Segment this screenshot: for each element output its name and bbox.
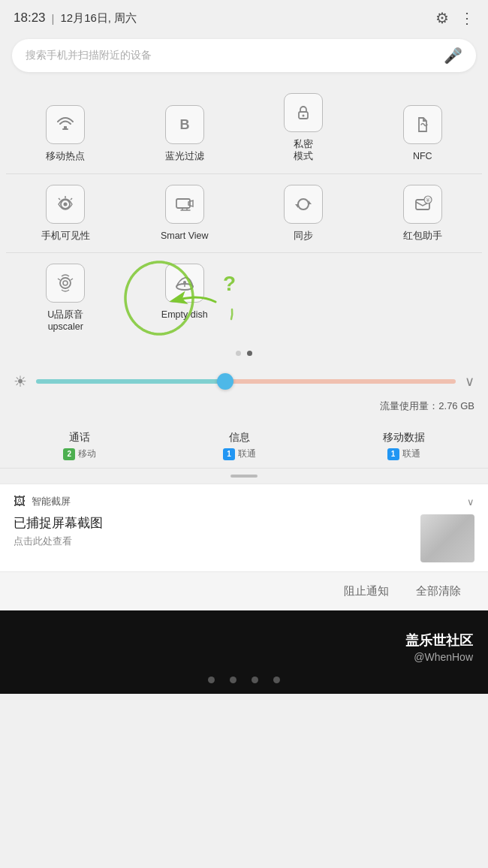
clear-all-button[interactable]: 全部清除 (402, 581, 474, 601)
brightness-slider[interactable] (36, 379, 456, 384)
thumbnail-image (420, 514, 474, 562)
drag-handle-bar (230, 475, 258, 478)
nfc-icon-wrap (403, 105, 442, 144)
nfc-icon (411, 113, 434, 136)
dot-1[interactable] (236, 351, 241, 356)
messages-carrier: 联通 (238, 448, 256, 460)
watermark-user: @WhenHow (414, 651, 473, 663)
tiles-row-1: 移动热点 B 蓝光过滤 私密 模式 NFC (0, 83, 488, 173)
svg-point-14 (63, 281, 68, 285)
tile-mobile-hotspot[interactable]: 移动热点 (6, 83, 125, 173)
svg-text:¥: ¥ (426, 197, 429, 203)
action-calls[interactable]: 通话 2 移动 (63, 431, 96, 460)
notif-main-text: 已捕捉屏幕截图 (14, 514, 411, 532)
nfc-label: NFC (413, 150, 432, 162)
nav-dot-1 (208, 677, 215, 683)
calls-carrier: 移动 (78, 448, 96, 460)
empty-dish-label: Empty dish (161, 309, 208, 321)
svg-point-13 (60, 278, 71, 288)
mobiledata-sub: 1 联通 (387, 448, 420, 460)
sync-icon-wrap (284, 185, 323, 224)
tile-phone-visibility[interactable]: 手机可见性 (6, 174, 125, 252)
brightness-row: ☀ ∨ (0, 366, 488, 396)
svg-marker-9 (295, 204, 298, 208)
nav-dot-3 (252, 677, 258, 683)
notif-dropdown-icon[interactable]: ∨ (467, 496, 474, 508)
action-mobile-data[interactable]: 移动数据 1 联通 (383, 431, 425, 460)
tile-sync[interactable]: 同步 (244, 174, 363, 252)
status-separator: | (52, 12, 55, 25)
smartview-label: Smart View (161, 230, 209, 242)
watermark-bar: 盖乐世社区 @WhenHow (0, 610, 488, 671)
nav-dot-4 (273, 677, 280, 683)
status-date: 12月16日, 周六 (60, 11, 137, 26)
svg-text:B: B (179, 117, 189, 132)
tiles-row-3: U品原音 upscaler Empty dish (0, 253, 488, 344)
data-usage-text: 流量使用量：2.76 GB (380, 400, 474, 411)
private-icon (292, 101, 315, 124)
tile-empty-dish-wrapper: Empty dish ? (125, 253, 245, 331)
messages-label: 信息 (229, 431, 250, 445)
redenvelope-icon: ¥ (411, 193, 434, 215)
notif-thumbnail (420, 514, 474, 562)
dish-icon (173, 272, 196, 294)
svg-point-18 (183, 281, 186, 284)
bluelight-label: 蓝光过滤 (165, 150, 204, 162)
hotspot-label: 移动热点 (46, 150, 85, 162)
status-time: 18:23 (14, 11, 46, 26)
tile-u-audio[interactable]: U品原音 upscaler (6, 253, 125, 344)
tile-empty-4 (363, 253, 483, 274)
audio-label: U品原音 upscaler (47, 309, 83, 333)
notif-title: 智能截屏 (32, 495, 461, 508)
notif-text-block: 已捕捉屏幕截图 点击此处查看 (14, 514, 411, 548)
brightness-thumb[interactable] (217, 373, 233, 390)
svg-point-6 (64, 202, 68, 206)
sync-label: 同步 (294, 230, 313, 242)
tile-smart-view[interactable]: Smart View (125, 174, 245, 252)
smartview-icon (173, 193, 196, 215)
tile-nfc[interactable]: NFC (363, 83, 483, 173)
block-notifications-button[interactable]: 阻止通知 (330, 581, 402, 601)
tile-red-envelope[interactable]: ¥ 红包助手 (363, 174, 483, 252)
messages-badge: 1 (223, 448, 235, 460)
search-bar[interactable]: 搜索手机并扫描附近的设备 🎤 (12, 39, 476, 72)
brightness-track (36, 379, 456, 384)
notif-header: 🖼 智能截屏 ∨ (14, 495, 474, 508)
brightness-icon: ☀ (14, 372, 27, 390)
more-options-icon[interactable]: ⋮ (459, 9, 474, 27)
drag-handle[interactable] (0, 469, 488, 484)
tile-empty-3 (244, 253, 363, 274)
notif-icon: 🖼 (14, 495, 26, 508)
action-messages[interactable]: 信息 1 联通 (223, 431, 256, 460)
status-bar: 18:23 | 12月16日, 周六 ⚙ ⋮ (0, 0, 488, 35)
bluelight-icon: B (173, 113, 196, 136)
smartview-icon-wrap (165, 185, 204, 224)
mobiledata-badge: 1 (387, 448, 399, 460)
audio-icon (54, 272, 77, 294)
tile-empty-dish[interactable]: Empty dish (125, 253, 245, 331)
watermark-site: 盖乐世社区 (405, 631, 473, 649)
svg-line-15 (58, 279, 60, 280)
redenvelope-label: 红包助手 (403, 230, 442, 242)
visibility-icon-wrap (46, 185, 85, 224)
mobiledata-carrier: 联通 (402, 448, 420, 460)
dot-2[interactable] (247, 351, 252, 356)
microphone-icon[interactable]: 🎤 (444, 47, 462, 65)
brightness-expand-icon[interactable]: ∨ (465, 373, 474, 390)
tile-private-mode[interactable]: 私密 模式 (244, 83, 363, 173)
status-time-date: 18:23 | 12月16日, 周六 (14, 11, 137, 26)
svg-rect-1 (64, 126, 67, 129)
settings-icon[interactable]: ⚙ (435, 9, 449, 27)
nav-dot-2 (230, 677, 236, 683)
tiles-row-2: 手机可见性 Smart View 同步 (0, 174, 488, 252)
sync-icon (292, 193, 315, 215)
notification-card[interactable]: 🖼 智能截屏 ∨ 已捕捉屏幕截图 点击此处查看 (0, 484, 488, 571)
hotspot-icon (54, 113, 77, 136)
redenvelope-icon-wrap: ¥ (403, 185, 442, 224)
tile-blue-light-filter[interactable]: B 蓝光过滤 (125, 83, 245, 173)
status-icons: ⚙ ⋮ (435, 9, 474, 27)
svg-point-4 (303, 115, 305, 117)
calls-label: 通话 (69, 431, 90, 445)
notif-actions: 阻止通知 全部清除 (0, 571, 488, 610)
private-label: 私密 模式 (294, 138, 313, 163)
